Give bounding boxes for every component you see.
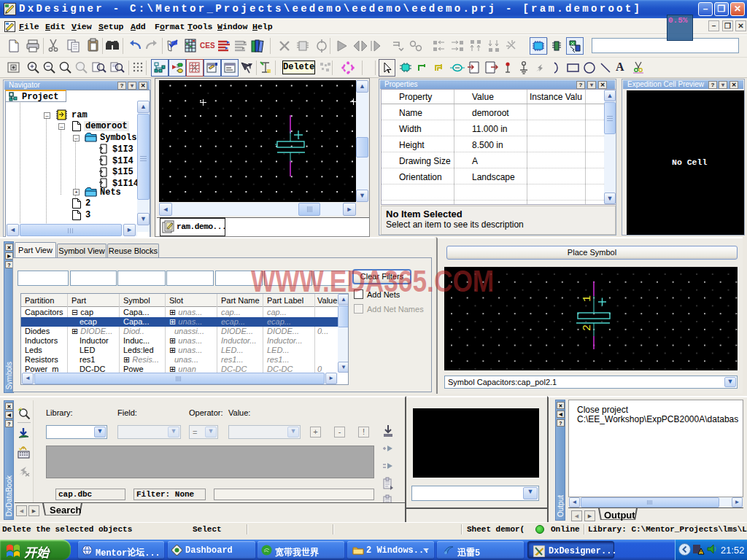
svg-text:2: 2 <box>581 324 594 331</box>
svg-text:1: 1 <box>581 295 594 302</box>
